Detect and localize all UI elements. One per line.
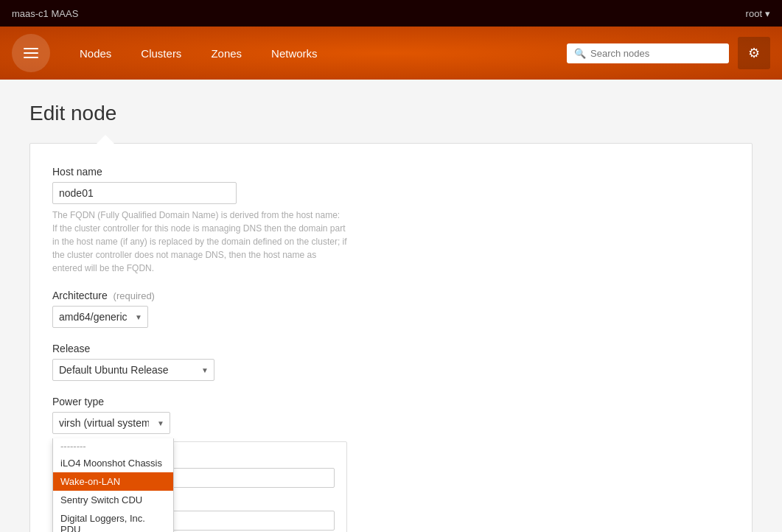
architecture-group: Architecture (required) amd64/generic i3… (52, 290, 730, 328)
host-name-group: Host name The FQDN (Fully Qualified Doma… (52, 166, 730, 275)
page-content: Edit node Host name The FQDN (Fully Qual… (0, 80, 782, 532)
architecture-required: (required) (114, 290, 155, 301)
power-type-dropdown: -------- iLO4 Moonshot Chassis Wake-on-L… (52, 438, 174, 532)
topbar: maas-c1 MAAS root ▾ (0, 0, 782, 27)
host-name-help: The FQDN (Fully Qualified Domain Name) i… (52, 209, 347, 275)
page-title: Edit node (29, 102, 753, 125)
user-label: root (746, 8, 762, 19)
nav-clusters[interactable]: Clusters (126, 27, 196, 80)
host-name-label: Host name (52, 166, 730, 178)
dropdown-item-sentry[interactable]: Sentry Switch CDU (53, 491, 173, 509)
brand-button[interactable] (12, 34, 50, 72)
search-input[interactable] (590, 48, 722, 59)
nav-networks[interactable]: Networks (256, 27, 332, 80)
pointer-up (97, 135, 114, 144)
dropdown-separator: -------- (53, 438, 173, 454)
dropdown-item-ilo4[interactable]: iLO4 Moonshot Chassis (53, 454, 173, 472)
release-select-wrapper: Default Ubuntu Release Ubuntu 14.04 LTS … (52, 359, 214, 381)
power-type-select-wrapper: virsh (virtual systems) -------- iLO4 Mo… (52, 412, 170, 434)
gear-icon: ⚙ (748, 45, 760, 61)
release-label: Release (52, 343, 730, 354)
app-name: maas-c1 MAAS (12, 8, 78, 19)
power-type-group: Power type virsh (virtual systems) -----… (52, 396, 730, 532)
host-name-input[interactable] (52, 182, 237, 204)
search-icon: 🔍 (574, 48, 586, 59)
user-menu[interactable]: root ▾ (746, 8, 770, 19)
architecture-select-wrapper: amd64/generic i386/generic armhf/generic (52, 306, 148, 328)
search-box: 🔍 (567, 43, 729, 63)
hamburger-icon (24, 48, 38, 58)
power-type-select[interactable]: virsh (virtual systems) (52, 412, 170, 434)
release-select[interactable]: Default Ubuntu Release Ubuntu 14.04 LTS … (52, 359, 214, 381)
nav-links: Nodes Clusters Zones Networks (65, 27, 567, 80)
architecture-label: Architecture (required) (52, 290, 730, 301)
release-group: Release Default Ubuntu Release Ubuntu 14… (52, 343, 730, 381)
dropdown-item-wol[interactable]: Wake-on-LAN (53, 472, 173, 491)
nav-zones[interactable]: Zones (196, 27, 256, 80)
navbar-right: 🔍 ⚙ (567, 37, 770, 69)
power-type-label: Power type (52, 396, 730, 407)
user-dropdown-icon: ▾ (765, 8, 770, 19)
navbar: Nodes Clusters Zones Networks 🔍 ⚙ (0, 27, 782, 80)
architecture-select[interactable]: amd64/generic i386/generic armhf/generic (52, 306, 148, 328)
nav-nodes[interactable]: Nodes (65, 27, 126, 80)
dropdown-item-digital[interactable]: Digital Loggers, Inc. PDU (53, 509, 173, 532)
form-card: Host name The FQDN (Fully Qualified Doma… (29, 143, 753, 532)
settings-button[interactable]: ⚙ (738, 37, 770, 69)
